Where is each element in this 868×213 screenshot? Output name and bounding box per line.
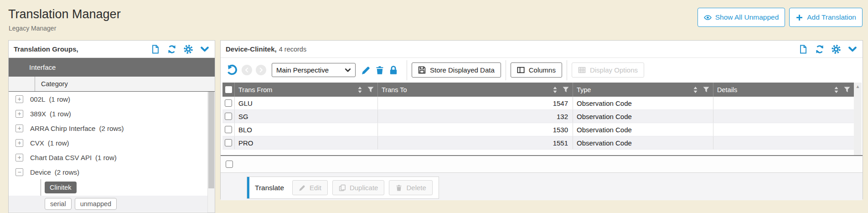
tree-row-cvx[interactable]: CVX (1 row): [9, 135, 215, 150]
tags-row: serial unmapped: [9, 196, 215, 212]
tree-item-count: (1 row): [49, 95, 70, 103]
translate-label: Translate: [255, 184, 284, 192]
store-displayed-data-button[interactable]: Store Displayed Data: [412, 62, 501, 78]
toolbar-separator: [506, 60, 506, 80]
cell-trans-from: PRO: [234, 136, 377, 149]
category-column-header[interactable]: Category: [35, 80, 68, 88]
tree-item-count: (1 row): [50, 110, 71, 118]
column-header-label: Trans From: [238, 86, 272, 94]
chevron-down-icon[interactable]: [848, 45, 857, 54]
undo-button[interactable]: [227, 64, 238, 76]
sort-icon[interactable]: [693, 87, 698, 93]
cell-trans-to: 132: [377, 110, 573, 123]
top-action-buttons: Show All Unmapped Add Translation: [698, 8, 863, 27]
refresh-icon[interactable]: [815, 45, 824, 54]
tree-row-002l[interactable]: 002L (1 row): [9, 92, 215, 106]
cell-details: [713, 136, 854, 149]
expand-plus-icon[interactable]: [16, 95, 23, 103]
new-document-icon[interactable]: [799, 45, 808, 54]
next-perspective-button[interactable]: [256, 65, 266, 75]
tree-row-arra-chirp-interface[interactable]: ARRA Chirp Interface (2 rows): [9, 121, 215, 135]
table-header-row: Trans From Trans To: [222, 83, 854, 97]
edit-label: Edit: [310, 184, 321, 192]
add-translation-label: Add Translation: [807, 13, 856, 21]
translation-groups-title: Translation Groups,: [14, 45, 78, 53]
select-all-checkbox[interactable]: [225, 86, 232, 93]
display-options-label: Display Options: [590, 66, 638, 74]
selected-group-badge-clinitek[interactable]: Clinitek: [45, 182, 77, 193]
sort-icon[interactable]: [357, 87, 362, 93]
columns-button[interactable]: Columns: [511, 62, 562, 78]
chevron-down-icon[interactable]: [200, 45, 209, 54]
device-clinitek-title: Device-Clinitek,: [226, 45, 277, 53]
toolbar-separator: [567, 60, 567, 80]
duplicate-button: Duplicate: [332, 180, 385, 195]
tree-row-device[interactable]: Device (2 rows): [9, 165, 215, 179]
duplicate-label: Duplicate: [350, 184, 378, 192]
grid-icon: [578, 66, 586, 74]
filter-icon[interactable]: [844, 87, 850, 93]
tag-badge-serial[interactable]: serial: [45, 198, 72, 210]
row-checkbox[interactable]: [225, 126, 232, 133]
cell-trans-to: 1551: [377, 136, 573, 149]
column-header-trans-to[interactable]: Trans To: [377, 83, 573, 97]
column-header-icons: [553, 87, 569, 93]
columns-label: Columns: [529, 66, 556, 74]
tag-badge-unmapped[interactable]: unmapped: [75, 198, 117, 210]
table-row-blo[interactable]: BLO 1530 Observation Code: [222, 123, 854, 136]
gear-icon[interactable]: [832, 45, 841, 54]
tree-row-389x[interactable]: 389X (1 row): [9, 106, 215, 121]
row-checkbox[interactable]: [225, 139, 232, 146]
table-row-sg[interactable]: SG 132 Observation Code: [222, 110, 854, 123]
gear-icon[interactable]: [184, 45, 193, 54]
filter-icon[interactable]: [367, 87, 374, 93]
previous-perspective-button[interactable]: [242, 65, 252, 75]
expand-plus-icon[interactable]: [16, 139, 23, 147]
cell-type: Observation Code: [573, 123, 713, 136]
scrollbar-thumb[interactable]: [208, 92, 214, 188]
table-row-pro[interactable]: PRO 1551 Observation Code: [222, 136, 854, 150]
footer-select-checkbox[interactable]: [226, 161, 233, 168]
column-header-trans-from[interactable]: Trans From: [234, 83, 377, 97]
device-clinitek-panel: Device-Clinitek, 4 records Main Perspect…: [220, 40, 863, 199]
column-header-details[interactable]: Details: [713, 83, 854, 97]
tree-item-count: (1 row): [48, 139, 69, 147]
translation-groups-panel: Translation Groups, Interface Category 0…: [8, 40, 215, 213]
table-row-glu[interactable]: GLU 1547 Observation Code: [222, 97, 854, 110]
left-panel-scrollbar[interactable]: [207, 92, 215, 213]
sort-icon[interactable]: [834, 87, 839, 93]
translation-table: Trans From Trans To: [222, 83, 862, 155]
refresh-icon[interactable]: [167, 45, 176, 54]
cell-type: Observation Code: [573, 110, 713, 123]
column-header-type[interactable]: Type: [573, 83, 713, 97]
cell-details: [713, 123, 854, 136]
pencil-icon: [361, 65, 371, 75]
perspective-select[interactable]: Main Perspective: [272, 63, 356, 77]
record-count: 4 records: [279, 46, 306, 53]
expand-plus-icon[interactable]: [16, 110, 23, 118]
expand-plus-icon[interactable]: [16, 125, 23, 132]
expand-plus-icon[interactable]: [16, 154, 23, 161]
filter-icon[interactable]: [563, 87, 569, 93]
show-all-unmapped-button[interactable]: Show All Unmapped: [698, 8, 785, 27]
row-checkbox[interactable]: [225, 99, 232, 107]
delete-label: Delete: [406, 184, 426, 192]
pencil-icon: [299, 184, 306, 192]
sort-icon[interactable]: [553, 87, 558, 93]
new-document-icon[interactable]: [151, 45, 160, 54]
table-toolbar: Main Perspective Store Displayed Data Co…: [221, 58, 863, 82]
table-scrollbar[interactable]: [854, 83, 862, 155]
row-checkbox[interactable]: [225, 113, 232, 120]
collapse-minus-icon[interactable]: [16, 168, 23, 176]
show-all-unmapped-label: Show All Unmapped: [715, 13, 779, 21]
table-grid: Trans From Trans To: [222, 83, 854, 155]
tree-row-chart-data-csv-api[interactable]: Chart Data CSV API (1 row): [9, 150, 215, 165]
filter-icon[interactable]: [703, 87, 709, 93]
scroll-up-icon[interactable]: [854, 84, 862, 89]
lock-button[interactable]: [388, 65, 398, 75]
add-translation-button[interactable]: Add Translation: [789, 8, 863, 27]
edit-perspective-button[interactable]: [361, 65, 371, 75]
delete-perspective-button[interactable]: [375, 65, 385, 75]
page-title: Translation Manager: [8, 7, 121, 21]
cell-trans-to: 1530: [377, 123, 573, 136]
